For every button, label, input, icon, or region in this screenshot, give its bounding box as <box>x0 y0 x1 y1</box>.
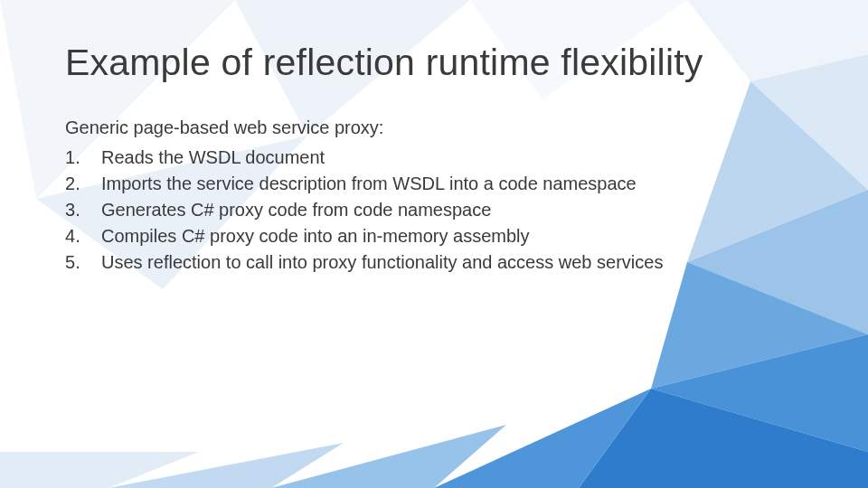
slide: Example of reflection runtime flexibilit… <box>0 0 868 488</box>
list-item: Reads the WSDL document <box>101 145 803 171</box>
list-item: Uses reflection to call into proxy funct… <box>101 249 803 276</box>
numbered-list: Reads the WSDL document Imports the serv… <box>65 145 803 276</box>
intro-text: Generic page-based web service proxy: <box>65 115 803 141</box>
list-item: Compiles C# proxy code into an in-memory… <box>101 223 803 249</box>
list-item: Generates C# proxy code from code namesp… <box>101 197 803 223</box>
slide-title: Example of reflection runtime flexibilit… <box>65 42 803 84</box>
slide-content: Example of reflection runtime flexibilit… <box>0 0 868 276</box>
list-item: Imports the service description from WSD… <box>101 171 803 197</box>
